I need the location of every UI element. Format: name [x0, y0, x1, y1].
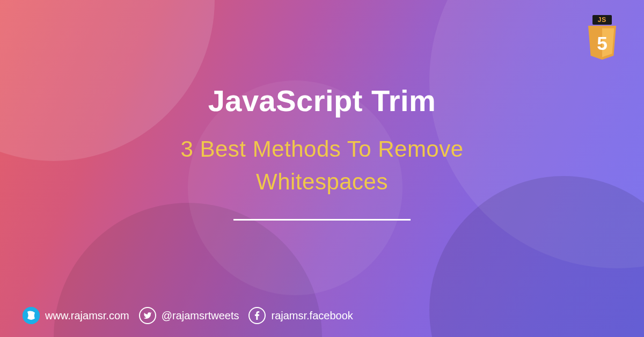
javascript-logo: JS 5 — [583, 15, 621, 61]
twitter-link[interactable]: @rajamsrtweets — [139, 307, 239, 324]
js-logo-text: JS — [592, 15, 612, 25]
website-link[interactable]: www.rajamsr.com — [23, 307, 129, 324]
facebook-text: rajamsr.facebook — [271, 310, 353, 322]
twitter-text: @rajamsrtweets — [162, 310, 239, 322]
website-text: www.rajamsr.com — [45, 310, 129, 322]
facebook-icon — [248, 307, 266, 324]
page-title: JavaScript Trim — [208, 83, 436, 118]
html5-shield-icon: 5 — [585, 26, 619, 61]
subtitle-line-1: 3 Best Methods To Remove — [180, 133, 463, 166]
main-content: JavaScript Trim 3 Best Methods To Remove… — [0, 83, 644, 221]
facebook-link[interactable]: rajamsr.facebook — [248, 307, 353, 324]
page-subtitle: 3 Best Methods To Remove Whitespaces — [180, 133, 463, 199]
title-underline — [233, 219, 411, 221]
svg-text:5: 5 — [597, 33, 608, 54]
twitter-icon — [139, 307, 156, 324]
brand-logo-icon — [23, 307, 40, 324]
footer-social-links: www.rajamsr.com @rajamsrtweets rajamsr.f… — [23, 307, 353, 324]
subtitle-line-2: Whitespaces — [180, 166, 463, 199]
